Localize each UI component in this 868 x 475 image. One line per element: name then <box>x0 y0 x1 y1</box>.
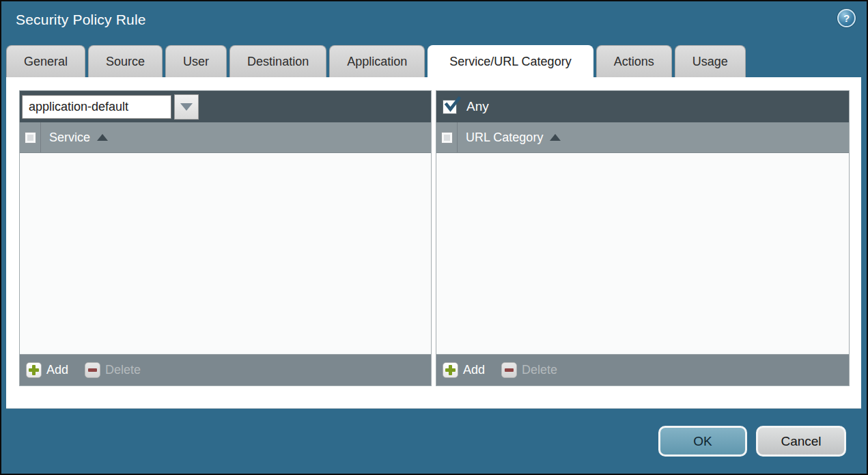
tab-usage[interactable]: Usage <box>675 45 746 77</box>
service-table-header: Service <box>20 122 431 153</box>
tab-general[interactable]: General <box>6 45 85 77</box>
url-category-column-label[interactable]: URL Category <box>466 131 543 145</box>
url-category-panel: Any URL Category Add <box>436 90 850 386</box>
url-category-toolbar: Any <box>436 91 849 122</box>
add-url-category-button[interactable]: Add <box>443 362 485 378</box>
tab-actions[interactable]: Actions <box>596 45 672 77</box>
service-footer: Add Delete <box>20 354 431 385</box>
url-category-list[interactable] <box>436 153 849 354</box>
plus-icon <box>443 362 458 378</box>
cancel-button[interactable]: Cancel <box>756 426 846 457</box>
any-checkbox[interactable] <box>443 100 457 114</box>
triangle-down-glyph <box>180 103 193 111</box>
add-service-button[interactable]: Add <box>26 362 68 378</box>
dialog-title: Security Policy Rule <box>16 12 146 28</box>
service-list[interactable] <box>20 153 431 354</box>
any-label: Any <box>466 99 489 114</box>
checkmark-icon <box>444 97 462 113</box>
service-column-label[interactable]: Service <box>49 131 90 145</box>
help-glyph: ? <box>843 12 850 24</box>
select-all-url-categories-checkbox[interactable] <box>441 132 453 144</box>
service-type-dropdown[interactable]: application-default <box>22 94 199 120</box>
service-toolbar: application-default <box>20 91 431 122</box>
tab-source[interactable]: Source <box>88 45 163 77</box>
service-panel: application-default Service <box>19 90 432 386</box>
url-category-table-header: URL Category <box>436 122 849 153</box>
add-service-label: Add <box>46 363 68 377</box>
add-url-category-label: Add <box>463 363 485 377</box>
tab-user[interactable]: User <box>165 45 227 77</box>
any-row: Any <box>438 99 489 114</box>
tab-content: application-default Service <box>6 77 861 409</box>
delete-service-button[interactable]: Delete <box>85 362 141 378</box>
chevron-down-icon[interactable] <box>174 94 199 120</box>
delete-url-category-button[interactable]: Delete <box>501 362 557 378</box>
dialog-action-bar: OK Cancel <box>658 426 846 457</box>
tab-bar: General Source User Destination Applicat… <box>6 45 746 77</box>
plus-icon <box>26 362 42 378</box>
service-select-all-cell <box>20 122 41 152</box>
url-category-footer: Add Delete <box>436 354 849 385</box>
tab-application[interactable]: Application <box>329 45 425 77</box>
help-icon[interactable]: ? <box>837 9 856 27</box>
sort-ascending-icon[interactable] <box>550 134 561 141</box>
delete-url-category-label: Delete <box>522 363 557 377</box>
sort-ascending-icon[interactable] <box>97 134 108 141</box>
tab-service-url-category[interactable]: Service/URL Category <box>428 45 593 77</box>
url-category-select-all-cell <box>436 122 458 152</box>
delete-service-label: Delete <box>105 363 141 377</box>
minus-icon <box>85 362 100 378</box>
tab-destination[interactable]: Destination <box>229 45 326 77</box>
select-all-services-checkbox[interactable] <box>25 132 36 144</box>
service-type-value[interactable]: application-default <box>22 95 171 119</box>
minus-icon <box>501 362 517 378</box>
ok-button[interactable]: OK <box>658 426 747 457</box>
security-policy-rule-dialog: Security Policy Rule ? General Source Us… <box>0 0 868 475</box>
